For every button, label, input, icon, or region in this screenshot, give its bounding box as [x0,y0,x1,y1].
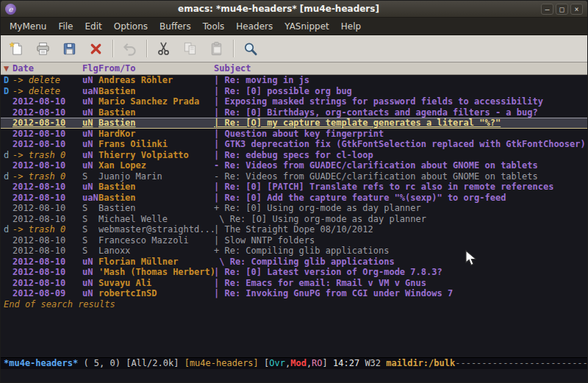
maximize-button[interactable]: □ [556,4,568,15]
flags-cell: uN [82,257,98,268]
close-button[interactable]: × [570,4,583,15]
modeline-segment: maildir:/bulk [386,358,455,368]
menu-help[interactable]: Help [335,19,367,34]
mark-cell: d [1,224,12,235]
message-row[interactable]: 2012-08-10uaNBastien| Re: [0] Add the ca… [1,193,587,204]
subject-cell: | Re: [0] Latest version of Org-mode 7.8… [214,267,587,278]
date-cell: 2012-08-10 [12,214,82,225]
message-row[interactable]: d-> trash 0uNThierry Volpiatto| Re: edeb… [1,150,587,161]
date-cell: -> trash 0 [12,150,82,161]
echo-area[interactable] [1,369,587,382]
buffer-empty-space [1,309,587,357]
subject-cell: | Re: [0] Birthdays, org-contacts and ag… [214,107,587,118]
close-buffer-icon[interactable] [85,38,107,59]
from-cell: Xan Lopez [98,160,214,171]
mark-cell [1,203,12,214]
message-row[interactable]: d-> trash 0SJuanjo Marin- Re: Videos fro… [1,171,587,182]
column-header-from[interactable]: From/To [98,62,214,74]
menu-edit[interactable]: Edit [79,19,108,34]
menu-file[interactable]: File [52,19,79,34]
message-row[interactable]: D-> deleteuNAndreas Röhler| Re: moving i… [1,75,587,86]
flags-cell: uN [82,118,98,129]
toolbar-separator [112,40,114,57]
from-cell: Bastien [98,203,214,214]
save-icon[interactable] [58,38,80,59]
from-cell: Michael Welle [98,214,214,225]
mark-cell [1,139,12,150]
column-header-date[interactable]: Date [12,62,82,74]
mark-cell: d [1,150,12,161]
subject-cell: | Slow NNTP folders [214,235,587,246]
message-row[interactable]: 2012-08-10uN'Mash (Thomas Herbert)| Re: … [1,267,587,278]
message-row[interactable]: 2012-08-10SMichael Welle \ Re: [O] Using… [1,214,587,225]
message-row[interactable]: 2012-08-10uNSuvayu Ali| Re: Emacs for em… [1,278,587,289]
menu-options[interactable]: Options [108,19,154,34]
toolbar-separator [233,40,234,57]
from-cell: Francesco Mazzoli [98,235,214,246]
column-header-subject[interactable]: Subject [214,62,587,74]
message-row[interactable]: 2012-08-10uNFrans Oilinki| GTK3 deprecat… [1,139,587,150]
modeline-segment: W32 [365,358,386,368]
subject-cell: | Re: [0] Add the capture feature "%(sex… [214,193,587,204]
menu-tools[interactable]: Tools [197,19,231,34]
message-row[interactable]: 2012-08-10uNBastien| Re: [0] [PATCH] Tra… [1,182,587,193]
date-cell: -> trash 0 [12,171,82,182]
message-row[interactable]: 2012-08-10uNHardKor| Question about key … [1,129,587,140]
date-cell: -> trash 0 [12,224,82,235]
flags-cell: uN [82,278,98,289]
new-file-icon[interactable] [5,38,27,59]
message-row[interactable]: 2012-08-10uNMario Sanchez Prada| Exposin… [1,96,587,107]
from-cell: Lanoxx [98,246,214,257]
window-title: emacs: *mu4e-headers* [mu4e-headers] [21,4,537,14]
subject-cell: | The Straight Dope 08/10/2012 [214,224,587,235]
from-cell: 'Mash (Thomas Herbert) [98,267,214,278]
message-row[interactable]: 2012-08-10SLanoxx+ Re: Compiling glib ap… [1,246,587,257]
menu-yasnippet[interactable]: YASnippet [279,19,335,34]
subject-cell: | Re: moving in js [214,75,587,86]
date-cell: 2012-08-10 [12,96,82,107]
toolbar-separator [146,40,148,57]
message-row[interactable]: 2012-08-10uNFlorian Müllner \ Re: Compil… [1,257,587,268]
message-row[interactable]: 2012-08-10uNBastien| Re: [0] Birthdays, … [1,107,587,118]
search-icon[interactable] [239,38,261,59]
menu-headers[interactable]: Headers [230,19,279,34]
mark-cell [1,214,12,225]
mark-cell [1,96,12,107]
emacs-frame: e emacs: *mu4e-headers* [mu4e-headers] –… [0,0,588,383]
modeline-segment: 14:27 [333,358,365,368]
message-row[interactable]: 2012-08-10SFrancesco Mazzoli| Slow NNTP … [1,235,587,246]
flags-cell: S [82,224,98,235]
minimize-button[interactable]: – [541,4,553,15]
message-row[interactable]: 2012-08-09uNrobertcInSD| Re: Invoking Gn… [1,288,587,299]
message-row[interactable]: 2012-08-10SBastien+ Re: [0] Using org-mo… [1,203,587,214]
message-row-current[interactable]: 2012-08-10uNBastien| Re: [O] my capture … [1,118,587,129]
cut-icon[interactable] [152,38,174,59]
mode-line: *mu4e-headers* ( 5, 0) [All/2.0k] [mu4e-… [1,357,587,369]
date-cell: 2012-08-10 [12,278,82,289]
message-row[interactable]: d-> trash 0Swebmaster@straightd...| The … [1,224,587,235]
emacs-app-icon: e [5,4,16,15]
message-row[interactable]: D-> deleteuaNBastien| Re: [0] possible o… [1,86,587,97]
subject-cell: - Re: Videos from GUADEC/clarification a… [214,160,587,171]
date-cell: 2012-08-10 [12,193,82,204]
mark-cell [1,107,12,118]
modeline-segment: RO [312,358,322,368]
flags-cell: uaN [82,193,98,204]
flags-cell: uN [82,129,98,140]
copy-icon [179,38,201,59]
from-cell: Bastien [98,193,214,204]
sort-direction-icon[interactable]: ▼ [1,62,12,74]
flags-cell: uN [82,96,98,107]
menu-mymenu[interactable]: MyMenu [4,19,52,34]
print-icon[interactable] [32,38,54,59]
column-header-flags[interactable]: Flgs [82,62,98,74]
subject-cell: | Re: [O] my capture template generates … [214,118,587,129]
subject-cell: \ Re: [O] Using org-mode as day planner [214,214,587,225]
from-cell: Bastien [98,182,214,193]
date-cell: 2012-08-10 [12,246,82,257]
flags-cell: S [82,171,98,182]
message-row[interactable]: 2012-08-10uNXan Lopez- Re: Videos from G… [1,160,587,171]
date-cell: 2012-08-10 [12,107,82,118]
menu-buffers[interactable]: Buffers [154,19,197,34]
flags-cell: uN [82,139,98,150]
